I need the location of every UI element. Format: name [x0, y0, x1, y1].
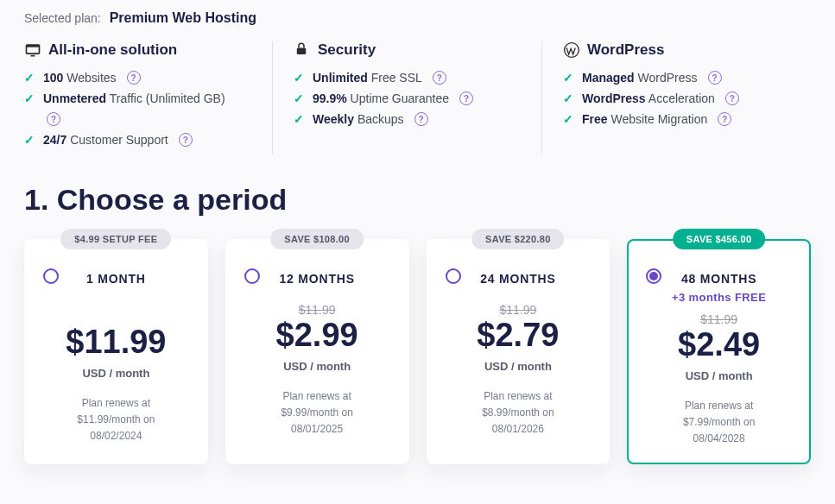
- period-price: $2.99: [236, 318, 399, 353]
- help-icon[interactable]: [708, 71, 722, 85]
- period-price: $2.79: [437, 318, 600, 353]
- check-icon: ✓: [563, 71, 575, 85]
- feature-col-title: WordPress: [587, 41, 664, 59]
- check-icon: ✓: [563, 112, 575, 126]
- help-icon[interactable]: [718, 112, 731, 126]
- check-icon: ✓: [24, 133, 36, 147]
- help-icon[interactable]: [414, 112, 428, 126]
- section-title-choose-period: 1. Choose a period: [24, 183, 811, 217]
- help-icon[interactable]: [47, 112, 60, 126]
- feature-col-all-in-one: All-in-one solution ✓ 100 Websites ✓ Unm…: [24, 41, 272, 154]
- save-pill: SAVE $220.80: [471, 229, 565, 249]
- save-pill: SAVE $108.00: [270, 229, 364, 249]
- period-unit: USD / month: [637, 369, 800, 382]
- feature-col-title: All-in-one solution: [48, 41, 177, 59]
- period-unit: USD / month: [236, 360, 399, 373]
- period-old-price: $11.99: [236, 303, 399, 317]
- period-card-12-months[interactable]: SAVE $108.00 12 MONTHS $11.99 $2.99 USD …: [225, 239, 409, 464]
- period-label: 24 MONTHS: [437, 272, 600, 286]
- help-icon[interactable]: [459, 91, 473, 105]
- period-renew-text: Plan renews at $9.99/month on 08/01/2025: [236, 388, 399, 438]
- period-label: 12 MONTHS: [236, 272, 399, 286]
- feature-col-security: Security ✓ Unlimited Free SSL ✓ 99.9% Up…: [272, 41, 541, 154]
- period-radio[interactable]: [43, 268, 59, 284]
- selected-plan-label: Selected plan:: [24, 11, 101, 25]
- check-icon: ✓: [563, 91, 575, 105]
- period-card-24-months[interactable]: SAVE $220.80 24 MONTHS $11.99 $2.79 USD …: [427, 239, 610, 464]
- help-icon[interactable]: [433, 71, 446, 85]
- feature-item: ✓ Weekly Backups: [294, 112, 521, 126]
- feature-item: ✓ 24/7 Customer Support: [24, 133, 251, 147]
- svg-rect-2: [31, 55, 35, 57]
- feature-item: ✓ 100 Websites: [24, 71, 251, 85]
- period-old-price: $11.99: [437, 303, 600, 317]
- save-pill: SAVE $456.00: [673, 229, 766, 249]
- check-icon: ✓: [294, 112, 306, 126]
- period-renew-text: Plan renews at $11.99/month on 08/02/202…: [35, 395, 198, 445]
- feature-col-title: Security: [318, 41, 376, 59]
- period-radio[interactable]: [244, 268, 260, 284]
- feature-item: ✓ 99.9% Uptime Guarantee: [294, 91, 521, 105]
- feature-col-wordpress: WordPress ✓ Managed WordPress ✓ WordPres…: [541, 41, 811, 154]
- help-icon[interactable]: [127, 71, 141, 85]
- check-icon: ✓: [24, 91, 36, 105]
- period-old-price: $11.99: [637, 312, 800, 326]
- selected-plan-name: Premium Web Hosting: [110, 10, 256, 25]
- svg-rect-3: [297, 48, 307, 55]
- check-icon: ✓: [24, 71, 36, 85]
- period-card-1-month[interactable]: $4.99 SETUP FEE 1 MONTH $11.99 USD / mon…: [24, 239, 208, 464]
- period-cards-row: $4.99 SETUP FEE 1 MONTH $11.99 USD / mon…: [24, 239, 811, 464]
- setup-fee-pill: $4.99 SETUP FEE: [60, 229, 171, 249]
- period-price: $11.99: [35, 325, 198, 360]
- feature-item: ✓ Free Website Migration: [563, 112, 790, 126]
- feature-item: ✓ Unmetered Traffic (Unlimited GB): [24, 91, 251, 105]
- check-icon: ✓: [294, 91, 306, 105]
- help-icon[interactable]: [179, 133, 193, 147]
- period-radio[interactable]: [446, 268, 461, 284]
- period-price: $2.49: [637, 328, 800, 362]
- lock-icon: [294, 41, 311, 59]
- period-renew-text: Plan renews at $8.99/month on 08/01/2026: [437, 388, 600, 438]
- period-label: 48 MONTHS: [637, 272, 800, 286]
- period-unit: USD / month: [437, 360, 600, 373]
- check-icon: ✓: [294, 71, 306, 85]
- period-label: 1 MONTH: [35, 272, 198, 286]
- period-renew-text: Plan renews at $7.99/month on 08/04/2028: [637, 398, 800, 448]
- feature-item-help-row: [24, 112, 251, 126]
- all-in-one-icon: [24, 41, 41, 59]
- features-row: All-in-one solution ✓ 100 Websites ✓ Unm…: [24, 41, 811, 154]
- period-unit: USD / month: [35, 367, 198, 380]
- feature-item: ✓ Unlimited Free SSL: [294, 71, 521, 85]
- period-card-48-months[interactable]: SAVE $456.00 48 MONTHS +3 months FREE $1…: [627, 239, 811, 464]
- wordpress-icon: [563, 41, 580, 59]
- svg-rect-1: [27, 45, 40, 47]
- feature-item: ✓ Managed WordPress: [563, 71, 790, 85]
- selected-plan-header: Selected plan: Premium Web Hosting: [24, 10, 811, 26]
- period-bonus: +3 months FREE: [637, 291, 800, 304]
- feature-item: ✓ WordPress Acceleration: [563, 91, 790, 105]
- help-icon[interactable]: [725, 91, 739, 105]
